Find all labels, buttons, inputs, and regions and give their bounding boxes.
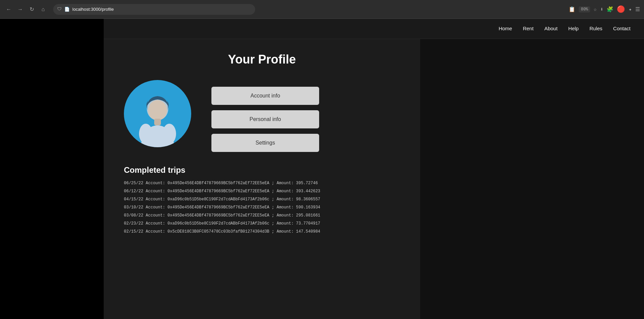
url-input[interactable] xyxy=(72,7,251,12)
bookmark-icon[interactable]: ☆ xyxy=(594,6,597,13)
zoom-level: 80% xyxy=(579,6,590,12)
home-button[interactable]: ⌂ xyxy=(38,5,48,14)
trip-item: 06/25/22 Account: 0x495De456E4DBf4787966… xyxy=(124,180,400,186)
personal-info-button[interactable]: Personal info xyxy=(211,110,319,128)
pocket-icon[interactable]: ⬇ xyxy=(600,6,604,13)
forward-button[interactable]: → xyxy=(15,5,25,14)
reader-icon: 📋 xyxy=(569,6,575,13)
trip-item: 02/15/22 Account: 0x5cDE818C3B0FC057478C… xyxy=(124,229,400,235)
nav-rules[interactable]: Rules xyxy=(589,26,602,31)
nav-contact[interactable]: Contact xyxy=(613,26,631,31)
profile-layout: Account info Personal info Settings xyxy=(124,80,400,152)
account-info-button[interactable]: Account info xyxy=(211,87,319,105)
settings-button[interactable]: Settings xyxy=(211,134,319,152)
nav-rent[interactable]: Rent xyxy=(523,26,534,31)
avatar-container xyxy=(124,80,191,147)
svg-rect-7 xyxy=(154,119,161,125)
trip-item: 03/10/22 Account: 0x495De456E4DBf4787966… xyxy=(124,204,400,210)
svg-point-6 xyxy=(148,100,167,120)
notification-icon[interactable]: 🔴 xyxy=(617,5,625,13)
trip-item: 04/15/22 Account: 0xaD96c0b51D5be8C190F2… xyxy=(124,196,400,202)
page-title: Your Profile xyxy=(124,52,400,67)
trip-item: 02/23/22 Account: 0xaD96c0b51D5be8C190F2… xyxy=(124,221,400,227)
sparkle-icon[interactable]: ✦ xyxy=(629,6,632,13)
profile-content: Your Profile xyxy=(104,39,420,319)
address-bar: 🛡 📄 xyxy=(53,4,255,15)
nav-help[interactable]: Help xyxy=(568,26,579,31)
browser-nav-buttons: ← → ↻ ⌂ xyxy=(4,5,48,14)
trips-list: 06/25/22 Account: 0x495De456E4DBf4787966… xyxy=(124,180,400,235)
reload-button[interactable]: ↻ xyxy=(27,5,36,14)
svg-point-8 xyxy=(139,124,152,144)
extensions-icon[interactable]: 🧩 xyxy=(607,6,613,13)
trip-item: 03/08/22 Account: 0x495De456E4DBf4787966… xyxy=(124,212,400,218)
back-button[interactable]: ← xyxy=(4,5,13,14)
trip-item: 06/12/22 Account: 0x495De456E4DBf4787966… xyxy=(124,188,400,194)
browser-chrome: ← → ↻ ⌂ 🛡 📄 📋 80% ☆ ⬇ 🧩 🔴 ✦ ☰ xyxy=(0,0,644,19)
trips-title: Completed trips xyxy=(124,165,400,175)
svg-point-9 xyxy=(163,124,176,144)
menu-icon[interactable]: ☰ xyxy=(635,6,640,13)
avatar xyxy=(124,80,191,147)
buttons-area: Account info Personal info Settings xyxy=(211,80,400,152)
nav-links: Home Rent About Help Rules Contact xyxy=(499,26,631,32)
page-icon: 📄 xyxy=(64,7,70,12)
nav-home[interactable]: Home xyxy=(499,26,512,31)
trips-section: Completed trips 06/25/22 Account: 0x495D… xyxy=(124,165,400,235)
nav-about[interactable]: About xyxy=(544,26,557,31)
browser-actions: 📋 80% ☆ ⬇ 🧩 🔴 ✦ ☰ xyxy=(569,5,640,13)
left-panel xyxy=(0,19,104,319)
shield-icon: 🛡 xyxy=(57,7,62,12)
app-container: Home Rent About Help Rules Contact Your … xyxy=(0,19,644,319)
